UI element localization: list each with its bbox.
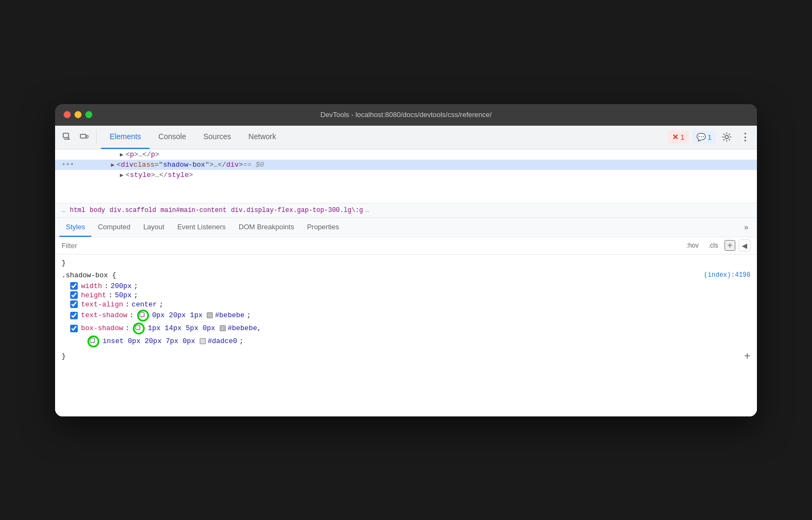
css-prop-box-shadow: box-shadow : 1px 14px 5px 0px #bebebe, — [62, 322, 750, 335]
breadcrumb-div-display[interactable]: div.display-flex.gap-top-300.lg\:g — [231, 207, 363, 214]
css-rule-closing-brace: } — [62, 352, 66, 360]
breadcrumb: … html body div.scaffold main#main-conte… — [55, 203, 757, 218]
prop-value-width[interactable]: 200px — [111, 282, 132, 290]
settings-icon[interactable] — [719, 129, 734, 145]
prop-box-shadow-checkbox[interactable] — [70, 325, 78, 332]
css-source-link[interactable]: (index):4198 — [704, 271, 750, 279]
css-prop-box-shadow-inset: inset 0px 20px 7px 0px #dadce0 ; — [62, 335, 750, 348]
css-rule-header: .shadow-box { (index):4198 — [62, 271, 750, 279]
box-shadow-icon[interactable] — [135, 325, 143, 332]
add-style-button[interactable]: + — [725, 240, 735, 251]
prop-name-box-shadow[interactable]: box-shadow — [81, 324, 123, 332]
css-prop-text-shadow: text-shadow : 0px 20px 1px #bebebe ; — [62, 309, 750, 322]
dom-row-div[interactable]: ••• ▶ <div class="shadow-box" >…</div> =… — [55, 160, 757, 170]
svg-rect-1 — [80, 134, 86, 138]
devtools-window: DevTools - localhost:8080/docs/devtools/… — [55, 104, 757, 416]
box-shadow-1-color-swatch[interactable] — [220, 325, 226, 331]
titlebar: DevTools - localhost:8080/docs/devtools/… — [55, 104, 757, 126]
css-rules-panel: } .shadow-box { (index):4198 width : 200… — [55, 255, 757, 416]
toolbar-icons — [59, 129, 97, 145]
info-badge-button[interactable]: 💬 1 — [692, 131, 716, 143]
breadcrumb-div-scaffold[interactable]: div.scaffold — [110, 207, 156, 214]
svg-rect-9 — [90, 338, 94, 343]
add-property-button[interactable]: + — [744, 350, 750, 362]
cls-button[interactable]: .cls — [705, 241, 721, 250]
text-shadow-green-circle[interactable] — [137, 310, 149, 321]
filter-input[interactable] — [62, 242, 679, 250]
minimize-button[interactable] — [75, 111, 82, 118]
breadcrumb-body[interactable]: body — [90, 207, 105, 214]
css-prop-width: width : 200px ; — [62, 282, 750, 291]
inspect-icon[interactable] — [59, 129, 75, 145]
panel-tabs: Styles Computed Layout Event Listeners D… — [55, 218, 757, 237]
box-shadow-inset-icon[interactable] — [90, 338, 97, 345]
prop-value-box-shadow-1-offsets[interactable]: 1px 14px 5px 0px — [148, 324, 215, 332]
svg-rect-5 — [140, 312, 144, 317]
prop-value-text-shadow-color[interactable]: #bebebe — [215, 311, 245, 319]
prop-name-text-shadow[interactable]: text-shadow — [81, 311, 127, 319]
filter-bar: :hov .cls + ◀ — [55, 237, 757, 255]
prop-value-box-shadow-inset-color[interactable]: #dadce0 — [208, 337, 238, 345]
breadcrumb-html[interactable]: html — [70, 207, 85, 214]
css-selector[interactable]: .shadow-box { — [62, 271, 116, 279]
prop-value-text-align[interactable]: center — [132, 300, 157, 309]
prop-value-box-shadow-inset-offsets[interactable]: inset 0px 20px 7px 0px — [103, 337, 195, 345]
css-prop-text-align: text-align : center ; — [62, 300, 750, 309]
window-title: DevTools - localhost:8080/docs/devtools/… — [320, 111, 491, 119]
box-shadow-inset-color-swatch[interactable] — [200, 338, 206, 344]
text-shadow-icon[interactable] — [139, 312, 147, 319]
device-icon[interactable] — [77, 129, 92, 145]
svg-rect-0 — [63, 133, 69, 138]
close-button[interactable] — [64, 111, 71, 118]
breadcrumb-main[interactable]: main#main-content — [160, 207, 226, 214]
prop-name-text-align[interactable]: text-align — [81, 300, 123, 309]
prop-value-box-shadow-1-color[interactable]: #bebebe, — [228, 324, 261, 332]
dom-tree: ▶ <p>…</p> ••• ▶ <div class="shadow-box"… — [55, 149, 757, 203]
panel-tabs-more-icon[interactable]: » — [740, 223, 753, 231]
maximize-button[interactable] — [85, 111, 92, 118]
tab-console[interactable]: Console — [150, 126, 194, 149]
tab-elements[interactable]: Elements — [101, 126, 150, 149]
toggle-sidebar-icon[interactable]: ◀ — [739, 240, 750, 251]
tab-properties[interactable]: Properties — [301, 218, 346, 237]
error-badge-button[interactable]: ✕ 1 — [668, 131, 689, 143]
filter-actions: :hov .cls + ◀ — [683, 240, 750, 251]
svg-rect-7 — [136, 325, 140, 330]
dom-row-style[interactable]: ▶ <style>…</style> — [55, 170, 757, 180]
tab-layout[interactable]: Layout — [137, 218, 171, 237]
css-prop-height: height : 50px ; — [62, 291, 750, 300]
traffic-lights — [64, 111, 92, 118]
svg-rect-2 — [86, 135, 88, 138]
main-tabs: Elements Console Sources Network — [101, 126, 668, 149]
devtools-body: Elements Console Sources Network ✕ 1 — [55, 126, 757, 416]
main-toolbar: Elements Console Sources Network ✕ 1 — [55, 126, 757, 149]
box-shadow-green-circle[interactable] — [133, 323, 145, 334]
tab-styles[interactable]: Styles — [59, 218, 91, 237]
prop-name-height[interactable]: height — [81, 291, 106, 299]
svg-point-3 — [725, 135, 728, 139]
hov-button[interactable]: :hov — [683, 241, 702, 250]
tab-event-listeners[interactable]: Event Listeners — [171, 218, 232, 237]
tab-sources[interactable]: Sources — [195, 126, 240, 149]
prop-width-checkbox[interactable] — [70, 282, 78, 290]
dom-row-p[interactable]: ▶ <p>…</p> — [55, 149, 757, 160]
text-shadow-color-swatch[interactable] — [207, 312, 213, 318]
tab-computed[interactable]: Computed — [91, 218, 137, 237]
rule-footer: } + — [62, 348, 750, 365]
prop-height-checkbox[interactable] — [70, 291, 78, 299]
box-shadow-inset-green-circle[interactable] — [87, 336, 99, 347]
toolbar-right: ✕ 1 💬 1 ⋮ — [668, 129, 753, 145]
tab-dom-breakpoints[interactable]: DOM Breakpoints — [232, 218, 301, 237]
prop-text-align-checkbox[interactable] — [70, 300, 78, 308]
prop-name-width[interactable]: width — [81, 282, 102, 290]
prop-value-text-shadow-offsets[interactable]: 0px 20px 1px — [152, 311, 203, 319]
tab-network[interactable]: Network — [240, 126, 285, 149]
more-options-icon[interactable]: ⋮ — [737, 129, 753, 145]
prop-text-shadow-checkbox[interactable] — [70, 312, 78, 319]
prop-value-height[interactable]: 50px — [115, 291, 132, 299]
prev-rule-closing: } — [62, 259, 750, 267]
